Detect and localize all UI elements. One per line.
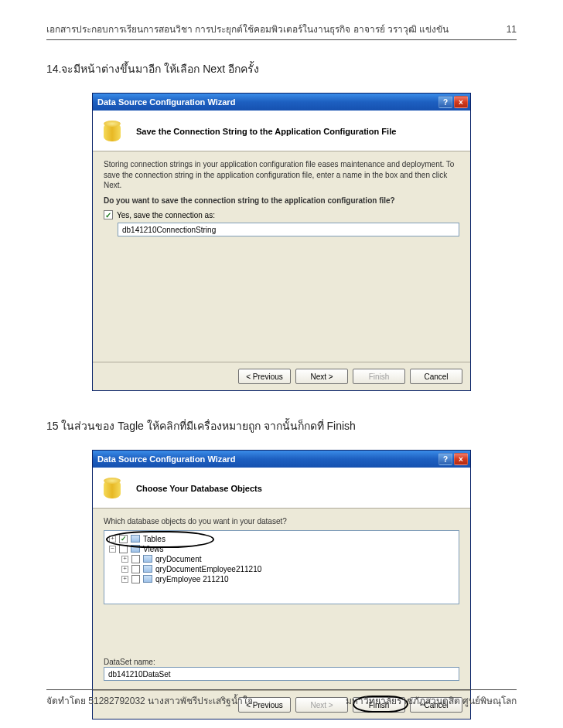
view-checkbox[interactable]	[131, 565, 140, 573]
tree-node-views[interactable]: − Views	[109, 544, 454, 554]
table-icon	[143, 555, 152, 563]
view-checkbox[interactable]	[131, 575, 140, 583]
close-icon[interactable]: ×	[454, 453, 468, 465]
banner-heading: Save the Connection String to the Applic…	[136, 127, 396, 136]
screenshot-2: Data Source Configuration Wizard ? × Cho…	[46, 450, 517, 719]
tree-node-view-item[interactable]: + qryEmployee 211210	[121, 574, 454, 584]
window-buttons: ? ×	[438, 453, 468, 465]
view-checkbox[interactable]	[131, 555, 140, 563]
dialog-title: Data Source Configuration Wizard	[97, 97, 438, 107]
tree-node-view-item[interactable]: + qryDocument	[121, 554, 454, 564]
expand-icon[interactable]: +	[121, 566, 128, 573]
tree-node-view-item[interactable]: + qryDocumentEmployee211210	[121, 564, 454, 574]
titlebar: Data Source Configuration Wizard ? ×	[93, 451, 470, 468]
checkbox-label: Yes, save the connection as:	[117, 211, 215, 219]
folder-icon	[131, 545, 140, 553]
dialog-body: Which database objects do you want in yo…	[93, 509, 470, 690]
finish-button: Finish	[353, 369, 405, 384]
close-icon[interactable]: ×	[454, 96, 468, 108]
expand-icon[interactable]: +	[121, 556, 128, 563]
node-label: qryEmployee 211210	[155, 575, 229, 583]
save-checkbox[interactable]: ✓	[104, 210, 113, 219]
dialog-banner: Save the Connection String to the Applic…	[93, 111, 470, 151]
footer-right: มหาวิทยาลัยราชภัฏสวนดุสิต ศูนย์พิษณุโลก	[346, 693, 517, 708]
step-15-text: 15 ในส่วนของ Tagle ให้คลิกที่มีเครื่องหม…	[46, 417, 517, 434]
wizard-dialog-2: Data Source Configuration Wizard ? × Cho…	[92, 450, 471, 719]
tables-checkbox[interactable]: ✓	[119, 535, 128, 543]
next-button[interactable]: Next >	[295, 369, 348, 384]
dataset-label: DataSet name:	[104, 657, 459, 668]
views-checkbox[interactable]	[119, 545, 128, 553]
table-icon	[143, 565, 152, 573]
page-number: 11	[507, 24, 517, 35]
database-icon	[101, 475, 127, 502]
header-text: เอกสารประกอบการเรียนการสอนวิชา การประยุก…	[46, 22, 449, 36]
expand-icon[interactable]: +	[121, 576, 128, 583]
question-text: Which database objects do you want in yo…	[104, 516, 459, 527]
cancel-button[interactable]: Cancel	[410, 369, 462, 384]
titlebar: Data Source Configuration Wizard ? ×	[93, 94, 470, 111]
description-text: Storing connection strings in your appli…	[104, 159, 459, 191]
dialog-banner: Choose Your Database Objects	[93, 468, 470, 509]
node-label: qryDocument	[155, 555, 201, 563]
banner-heading: Choose Your Database Objects	[136, 484, 262, 493]
page-footer: จัดทำโดย 51282792032 นางสาวพัชรีประเสริฐ…	[46, 689, 517, 708]
node-label: qryDocumentEmployee211210	[155, 565, 261, 573]
node-label: Views	[143, 545, 164, 553]
page-header: เอกสารประกอบการเรียนการสอนวิชา การประยุก…	[46, 22, 517, 36]
question-text: Do you want to save the connection strin…	[104, 196, 459, 206]
dialog-title: Data Source Configuration Wizard	[97, 454, 438, 464]
folder-icon	[131, 535, 140, 543]
database-icon	[101, 118, 127, 145]
button-bar: < Previous Next > Finish Cancel	[93, 362, 470, 390]
collapse-icon[interactable]: −	[109, 546, 116, 553]
help-icon[interactable]: ?	[438, 453, 452, 465]
footer-left: จัดทำโดย 51282792032 นางสาวพัชรีประเสริฐ…	[46, 693, 253, 708]
header-rule	[46, 39, 517, 40]
dataset-name-input[interactable]	[104, 667, 459, 681]
help-icon[interactable]: ?	[438, 96, 452, 108]
expand-icon[interactable]: +	[109, 536, 116, 543]
footer-rule	[46, 689, 517, 690]
connection-name-input[interactable]	[118, 223, 459, 236]
objects-tree[interactable]: + ✓ Tables − Views + qryDocument	[104, 530, 459, 604]
save-checkbox-row: ✓ Yes, save the connection as:	[104, 210, 459, 219]
step-14-text: 14.จะมีหน้าต่างขึ้นมาอีก ให้เลือก Next อ…	[46, 60, 517, 77]
previous-button[interactable]: < Previous	[238, 369, 291, 384]
tree-node-tables[interactable]: + ✓ Tables	[109, 534, 454, 544]
node-label: Tables	[143, 535, 165, 543]
table-icon	[143, 575, 152, 583]
window-buttons: ? ×	[438, 96, 468, 108]
screenshot-1: Data Source Configuration Wizard ? × Sav…	[46, 93, 517, 391]
wizard-dialog-1: Data Source Configuration Wizard ? × Sav…	[92, 93, 471, 391]
dialog-body: Storing connection strings in your appli…	[93, 151, 470, 362]
